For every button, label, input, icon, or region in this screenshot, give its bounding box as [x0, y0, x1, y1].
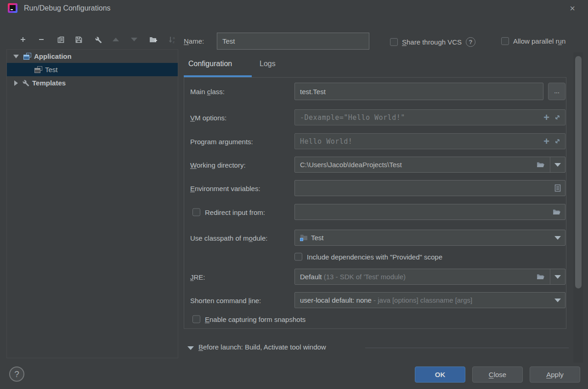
working-directory-value: C:\Users\Jacob\IdeaProjects\Test	[300, 161, 402, 169]
before-launch-label: Before launch: Build, Activate tool wind…	[198, 343, 326, 351]
chevron-down-icon	[554, 275, 561, 279]
tree-item-label: Templates	[32, 79, 66, 87]
share-vcs-checkbox[interactable]	[390, 38, 398, 46]
run-debug-configurations-dialog: Run/Debug Configurations ×	[0, 0, 588, 389]
working-directory-dropdown-button[interactable]	[550, 157, 565, 172]
allow-parallel-label: Allow parallel run	[513, 37, 565, 45]
working-directory-combo[interactable]: C:\Users\Jacob\IdeaProjects\Test	[294, 157, 565, 173]
move-down-icon	[129, 34, 140, 45]
jre-dropdown-button[interactable]	[550, 269, 565, 284]
tab-configuration[interactable]: Configuration	[188, 60, 232, 75]
close-button[interactable]: Close	[472, 366, 523, 383]
environment-variables-input[interactable]	[295, 180, 565, 196]
program-arguments-input[interactable]: Hello World! +	[294, 133, 565, 149]
vm-options-row: VM options: -Dexample="Hello World!" +	[184, 109, 566, 125]
svg-text:a: a	[173, 36, 175, 40]
help-icon[interactable]: ?	[466, 37, 475, 47]
ok-button[interactable]: OK	[415, 366, 465, 383]
copy-icon[interactable]	[55, 34, 66, 45]
allow-parallel-checkbox[interactable]	[501, 37, 509, 45]
include-provided-label: Include dependencies with "Provided" sco…	[307, 253, 442, 261]
redirect-input-wrapper	[294, 204, 565, 220]
before-launch-section[interactable]: Before launch: Build, Activate tool wind…	[184, 342, 570, 355]
include-provided-row: Include dependencies with "Provided" sco…	[184, 249, 566, 264]
edit-templates-icon[interactable]	[92, 34, 103, 45]
classpath-module-label: Use classpath of module:	[190, 234, 267, 242]
create-folder-icon[interactable]	[148, 34, 159, 45]
classpath-module-row: Use classpath of module: Test	[184, 230, 566, 246]
include-provided-checkbox[interactable]	[294, 253, 302, 261]
share-vcs-label: Share through VCS	[402, 38, 462, 46]
scrollbar-thumb[interactable]	[575, 56, 582, 288]
tree-item-label: Application	[34, 52, 72, 60]
jre-hint: (13 - SDK of 'Test' module)	[324, 273, 406, 281]
redirect-input-row: Redirect input from:	[184, 204, 566, 220]
chevron-down-icon	[554, 299, 561, 302]
shorten-command-line-label: Shorten command line:	[190, 296, 261, 304]
jre-label: JRE:	[190, 273, 205, 281]
chevron-collapsed-icon[interactable]	[14, 80, 18, 86]
working-directory-label: Working directory:	[190, 161, 246, 169]
templates-wrench-icon	[22, 79, 29, 87]
enable-capturing-label: Enable capturing form snapshots	[205, 316, 305, 323]
enable-capturing-row: Enable capturing form snapshots	[184, 312, 566, 327]
vm-options-label: VM options:	[190, 113, 226, 121]
classpath-module-dropdown-button[interactable]	[550, 230, 565, 245]
window-title: Run/Debug Configurations	[24, 4, 111, 12]
classpath-module-combo[interactable]: Test	[294, 230, 565, 246]
name-label: Name:	[184, 37, 204, 45]
vm-options-input[interactable]: -Dexample="Hello World!" +	[294, 109, 565, 125]
main-class-input[interactable]	[295, 83, 543, 100]
browse-folder-icon[interactable]	[537, 274, 545, 280]
tree-item-label: Test	[45, 66, 58, 73]
enable-capturing-checkbox[interactable]	[192, 316, 200, 323]
add-macro-icon[interactable]: +	[543, 113, 549, 123]
chevron-expanded-icon[interactable]	[187, 346, 194, 350]
tab-logs[interactable]: Logs	[260, 60, 276, 75]
redirect-input-label: Redirect input from:	[205, 208, 265, 216]
browse-folder-icon[interactable]	[537, 162, 545, 168]
configuration-tab-panel: Main class: ... VM options: -Dexample="H…	[184, 77, 566, 329]
tree-item-application[interactable]: Application	[7, 50, 178, 63]
application-icon	[23, 53, 31, 60]
redirect-input-checkbox[interactable]	[192, 208, 200, 216]
tree-item-test[interactable]: Test	[7, 63, 178, 76]
add-icon[interactable]	[17, 34, 28, 45]
working-directory-row: Working directory: C:\Users\Jacob\IdeaPr…	[184, 157, 566, 173]
program-arguments-row: Program arguments: Hello World! +	[184, 133, 566, 149]
help-button[interactable]: ?	[9, 366, 24, 382]
save-icon[interactable]	[73, 34, 84, 45]
separator	[365, 348, 569, 348]
classpath-module-value: Test	[311, 234, 324, 242]
chevron-down-icon	[554, 236, 561, 240]
environment-variables-input-wrapper	[294, 180, 565, 196]
shorten-dropdown-button[interactable]	[550, 293, 565, 308]
remove-icon[interactable]	[36, 34, 47, 45]
name-input[interactable]	[217, 33, 369, 50]
configurations-tree: Application Test Templates	[6, 49, 178, 358]
program-arguments-label: Program arguments:	[190, 137, 253, 145]
configurations-toolbar: a z	[6, 32, 178, 47]
close-icon[interactable]: ×	[567, 3, 578, 14]
title-bar: Run/Debug Configurations ×	[0, 0, 588, 17]
shorten-command-line-combo[interactable]: user-local default: none - java [options…	[294, 292, 565, 308]
move-up-icon	[110, 34, 121, 45]
chevron-expanded-icon[interactable]	[13, 55, 19, 58]
expand-field-icon[interactable]	[554, 138, 561, 145]
jre-combo[interactable]: Default (13 - SDK of 'Test' module)	[294, 269, 565, 285]
browse-main-class-button[interactable]: ...	[548, 83, 565, 100]
add-macro-icon[interactable]: +	[543, 136, 549, 147]
sort-alphabetically-icon: a z	[166, 34, 177, 45]
intellij-logo-icon	[8, 3, 17, 13]
environment-variables-row: Environment variables:	[184, 180, 566, 196]
browse-folder-icon[interactable]	[553, 209, 561, 215]
edit-variables-icon[interactable]	[554, 184, 561, 192]
main-class-input-wrapper	[294, 83, 543, 100]
main-class-row: Main class:	[184, 83, 566, 100]
shorten-command-line-row: Shorten command line: user-local default…	[184, 292, 566, 308]
expand-field-icon[interactable]	[554, 114, 561, 121]
tree-item-templates[interactable]: Templates	[7, 76, 178, 90]
jre-row: JRE: Default (13 - SDK of 'Test' module)	[184, 269, 566, 285]
apply-button[interactable]: Apply	[530, 366, 580, 383]
redirect-input-file-input[interactable]	[295, 204, 565, 220]
